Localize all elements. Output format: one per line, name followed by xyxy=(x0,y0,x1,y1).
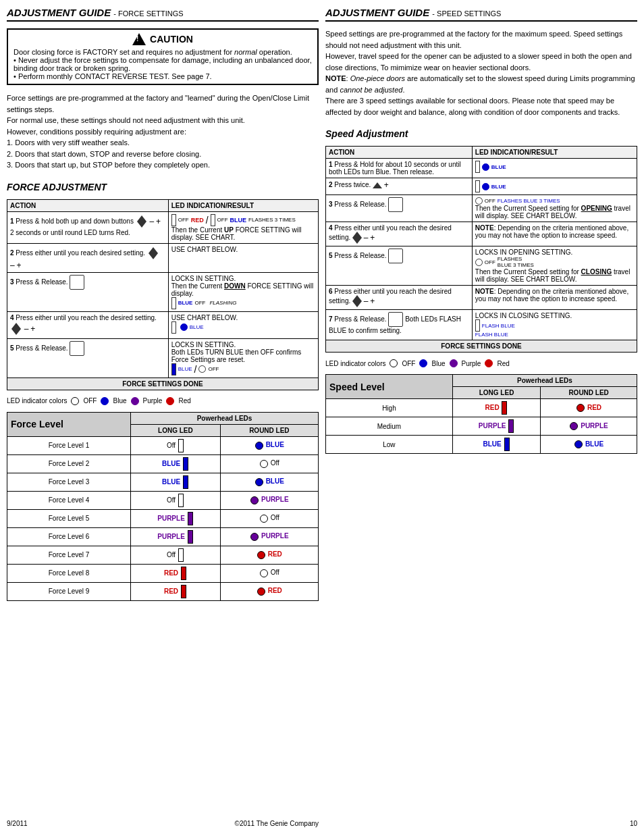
table-row: Force Level 5 PURPLE Off xyxy=(7,509,319,527)
force-step-1-action: 1 Press & hold both up and down buttons … xyxy=(7,211,169,243)
plus-icon: + xyxy=(384,180,389,190)
caution-bullet-1: Never adjust the force settings to compe… xyxy=(14,56,312,72)
page-number: 10 xyxy=(630,820,637,827)
speed-led-blue-icon xyxy=(419,359,427,367)
force-step-5-action: 5 Press & Release. xyxy=(7,338,169,377)
red-label: RED xyxy=(191,217,204,224)
speed-step-5-action: 5 Press & Release. xyxy=(326,246,473,286)
footer-copyright: ©2011 The Genie Company xyxy=(235,820,319,827)
led-rect-blue-icon xyxy=(183,475,188,489)
led-circle-empty-icon xyxy=(260,515,268,523)
led-circle-off-icon xyxy=(198,365,206,373)
arrow-pair-icon xyxy=(352,232,362,244)
force-level-2-round: Off xyxy=(220,454,318,473)
force-step-3-action: 3 Press & Release. xyxy=(7,272,169,311)
speed-step-1-action: 1 Press & Hold for about 10 seconds or u… xyxy=(326,159,473,178)
force-level-6-long: PURPLE xyxy=(131,527,221,546)
right-section-title: ADJUSTMENT GUIDE - SPEED SETTINGS xyxy=(325,7,637,24)
page: ADJUSTMENT GUIDE - FORCE SETTINGS CAUTIO… xyxy=(0,0,644,834)
caution-bullet-2: Perform monthly CONTACT REVERSE TEST. Se… xyxy=(14,72,312,80)
led-rect-purple-icon xyxy=(508,419,514,433)
step4-led-visual: BLUE xyxy=(171,321,315,334)
speed-step-2-result: BLUE xyxy=(472,178,637,195)
button-icon xyxy=(388,312,403,327)
force-level-8-name: Force Level 8 xyxy=(7,564,131,582)
led-blue-icon xyxy=(101,397,109,405)
step7-speed-led: FLASH BLUE xyxy=(475,319,634,332)
speed-step-4-result: NOTE: Depending on the criteria mentione… xyxy=(472,222,637,246)
force-level-5-long: PURPLE xyxy=(131,509,221,527)
off-label: OFF xyxy=(178,217,189,223)
force-step-2-action: 2 Press either until you reach desired s… xyxy=(7,243,169,272)
speed-step-6-action: 6 Press either until you reach the desir… xyxy=(326,286,473,310)
blue-label: BLUE xyxy=(491,164,506,170)
plus-icon: + xyxy=(156,217,161,226)
speed-step-2-action: 2 Press twice. + xyxy=(326,178,473,195)
intro-p5: 2. Doors that start down, STOP and rever… xyxy=(7,149,319,160)
table-row: 1 Press & hold both up and down buttons … xyxy=(7,211,319,243)
led-indicator-row: LED indicator colors OFF Blue Purple Red xyxy=(7,397,319,405)
force-level-1-long: Off xyxy=(131,436,221,454)
led-off-text: OFF xyxy=(83,397,97,405)
force-level-7-long: Off xyxy=(131,546,221,564)
led-red-text: Red xyxy=(178,397,190,405)
speed-adj-title: Speed Adjustment xyxy=(325,128,637,139)
led-circle-off-icon xyxy=(475,197,483,205)
force-level-4-round: PURPLE xyxy=(220,491,318,509)
speed-medium-long: PURPLE xyxy=(452,417,540,436)
table-row: 2 Press twice. + BLUE xyxy=(326,178,637,195)
table-row: Force Level 3 BLUE BLUE xyxy=(7,473,319,491)
button-icon xyxy=(388,249,403,263)
led-circle-blue-icon xyxy=(255,478,263,486)
led-rect-empty-icon xyxy=(178,548,184,562)
speed-col-result: LED INDICATION/RESULT xyxy=(472,147,637,159)
step1-led-visual: OFF RED / OFF BLUE FLASHES 3 TIMES xyxy=(171,214,315,226)
round-led-header: ROUND LED xyxy=(220,424,318,436)
blue-label: BLUE xyxy=(178,300,193,306)
step5-speed-led: OFF FLASHESBLUE 3 TIMES xyxy=(475,256,634,268)
force-step-3-result: LOCKS IN SETTING. Then the Current DOWN … xyxy=(168,272,318,311)
force-level-table: Force Level Powerhead LEDs LONG LED ROUN… xyxy=(7,412,319,601)
force-level-9-name: Force Level 9 xyxy=(7,582,131,600)
plus-icon: + xyxy=(30,324,35,334)
led-rect-red-icon xyxy=(181,585,186,598)
led-circle-blue-icon xyxy=(180,323,188,331)
step7-speed-led2: FLASH BLUE xyxy=(475,332,634,338)
table-row: 4 Press either until you reach the desir… xyxy=(326,222,637,246)
table-row: 6 Press either until you reach the desir… xyxy=(326,286,637,310)
caution-triangle-icon xyxy=(132,33,146,45)
led-circle-purple-icon xyxy=(570,422,578,430)
speed-intro-p3: NOTE: One-piece doors are automatically … xyxy=(325,73,637,95)
minus-icon: – xyxy=(364,233,369,242)
left-title-sub: - FORCE SETTINGS xyxy=(113,9,183,18)
off2-label: OFF xyxy=(217,217,228,223)
minus-icon: – xyxy=(24,324,29,334)
table-row: Force Level 8 RED Off xyxy=(7,564,319,582)
led-circle-off-icon xyxy=(475,259,483,266)
caution-bullets: Never adjust the force settings to compe… xyxy=(14,56,312,80)
intro-p2: For normal use, these settings should no… xyxy=(7,115,319,126)
blue-label: BLUE xyxy=(178,366,192,372)
off-label: OFF xyxy=(208,366,219,372)
powerhead-leds-header: Powerhead LEDs xyxy=(131,412,319,424)
speed-medium-name: Medium xyxy=(326,417,453,436)
blue-label: BLUE xyxy=(190,324,204,330)
caution-body: Door closing force is FACTORY set and re… xyxy=(14,48,312,56)
col-header-result: LED INDICATION/RESULT xyxy=(168,199,318,211)
led-purple-icon xyxy=(131,397,139,405)
force-level-5-name: Force Level 5 xyxy=(7,509,131,527)
right-title-sub: - SPEED SETTINGS xyxy=(432,9,501,18)
speed-step-4-action: 4 Press either until you reach the desir… xyxy=(326,222,473,246)
caution-text: Door closing force is FACTORY set and re… xyxy=(14,48,312,80)
force-step-1-result: OFF RED / OFF BLUE FLASHES 3 TIMES Then … xyxy=(168,211,318,243)
table-row: High RED RED xyxy=(326,399,637,417)
plus-icon: + xyxy=(370,296,375,306)
step1-speed-led: BLUE xyxy=(475,161,634,173)
speed-powerhead-header: Powerhead LEDs xyxy=(452,375,637,387)
arrow-pair-icon xyxy=(149,247,158,259)
led-rect-empty-icon xyxy=(178,494,184,507)
intro-p3: However, conditions possibly requiring a… xyxy=(7,126,319,138)
force-level-5-round: Off xyxy=(220,509,318,527)
speed-intro-p4: There are 3 speed settings available for… xyxy=(325,95,637,118)
flashes-label: FLASHES 3 TIMES xyxy=(248,217,296,223)
